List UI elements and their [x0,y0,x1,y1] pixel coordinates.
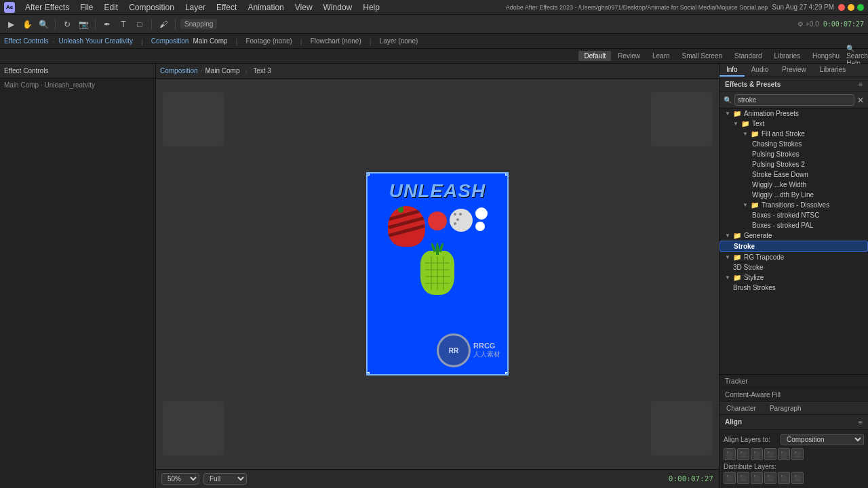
left-panel-title: Effect Controls [4,67,48,75]
menu-composition[interactable]: Composition [124,1,179,14]
tab-audio[interactable]: Audio [745,64,776,77]
tab-character[interactable]: Character [719,403,763,414]
maximize-btn[interactable] [857,4,864,11]
tree-wiggly-width[interactable]: Wiggly ...ke Width [719,180,868,190]
handle-bl[interactable] [366,372,370,375]
search-clear-icon[interactable]: ✕ [857,96,864,105]
ae-icon: Ae [4,2,15,13]
dist-bottom-btn[interactable]: ⬛ [791,472,804,484]
tab-preview[interactable]: Preview [775,64,813,77]
handle-br[interactable] [505,372,509,375]
tree-pulsing-strokes2[interactable]: Pulsing Strokes 2 [719,159,868,169]
tree-wiggly-line[interactable]: Wiggly ...dth By Line [719,190,868,200]
tree-animation-presets[interactable]: ▼ 📁 Animation Presets [719,108,868,119]
tree-pulsing-strokes[interactable]: Pulsing Strokes [719,149,868,159]
handle-tl[interactable] [366,172,370,176]
tree-text[interactable]: ▼ 📁 Text [719,119,868,129]
pen-tool[interactable]: ✒ [100,18,114,31]
tool-separator-2 [95,19,96,30]
tree-transitions[interactable]: ▼ 📁 Transitions - Dissolves [719,200,868,210]
fruit-group [388,206,488,247]
menu-edit[interactable]: Edit [99,1,123,14]
dist-center-v-btn[interactable]: ⬛ [778,472,790,484]
paint-tool[interactable]: 🖌 [157,18,170,31]
camera-tool[interactable]: 📷 [77,18,90,31]
tree-boxes-pal[interactable]: Boxes - stroked PAL [719,220,868,230]
footage-tab[interactable]: Footage (none) [245,37,292,45]
ws-tab-default[interactable]: Default [578,51,611,61]
effects-search-bar: 🔍 ✕ [719,92,868,108]
tracker-label[interactable]: Tracker [719,375,868,388]
select-tool[interactable]: ▶ [4,18,18,31]
align-right-btn[interactable]: ⬛ [751,448,763,460]
align-left-btn[interactable]: ⬛ [724,448,736,460]
align-menu-icon[interactable]: ≡ [859,418,863,426]
tab-paragraph[interactable]: Paragraph [763,403,808,414]
tree-stylize[interactable]: ▼ 📁 Stylize [719,272,868,283]
ws-tab-standard[interactable]: Standard [729,51,768,61]
menu-layer[interactable]: Layer [180,1,210,14]
tree-stroke-selected[interactable]: Stroke [719,241,868,252]
zoom-tool[interactable]: 🔍 [37,18,50,31]
align-section: Align Layers to: Composition Selection L… [719,430,868,488]
text-tool[interactable]: T [117,18,130,31]
dist-right-btn[interactable]: ⬛ [751,472,763,484]
menu-after-effects[interactable]: After Effects [20,1,74,14]
dist-center-h-btn[interactable]: ⬛ [737,472,749,484]
close-btn[interactable] [838,4,845,11]
align-center-v-btn[interactable]: ⬛ [778,448,790,460]
label-text: Text [752,120,764,127]
ws-tab-hongshu[interactable]: Hongshu [807,51,845,61]
ws-tab-learn[interactable]: Learn [647,51,675,61]
left-panel: Effect Controls Main Comp · Unleash_reat… [0,64,156,488]
dist-top-btn[interactable]: ⬛ [764,472,776,484]
menu-effect[interactable]: Effect [212,1,241,14]
tree-generate[interactable]: ▼ 📁 Generate [719,230,868,241]
content-aware-fill-label[interactable]: Content-Aware Fill [719,388,868,402]
tree-3d-stroke[interactable]: 3D Stroke [719,262,868,272]
folder-icon-generate: 📁 [733,232,741,239]
ws-tab-libraries[interactable]: Libraries [769,51,806,61]
quality-select[interactable]: Full Half Quarter [203,473,247,485]
right-panel: Info Audio Preview Libraries Effects & P… [719,64,868,488]
menu-view[interactable]: View [290,1,317,14]
snapping-label[interactable]: Snapping [180,19,217,29]
minimize-btn[interactable] [848,4,854,11]
comp-canvas[interactable]: UNLEASH [156,79,719,469]
tree-fill-stroke[interactable]: ▼ 📁 Fill and Stroke [719,129,868,139]
tree-rg-trapcode[interactable]: ▼ 📁 RG Trapcode [719,252,868,262]
handle-tr[interactable] [505,172,509,176]
align-layers-to-select[interactable]: Composition Selection Layer [781,434,864,445]
align-center-h-btn[interactable]: ⬛ [737,448,749,460]
effect-controls-label[interactable]: Effect Controls [4,37,48,45]
menu-help[interactable]: Help [358,1,384,14]
zoom-select[interactable]: 50% 100% 25% [161,473,199,485]
effects-menu-icon[interactable]: ≡ [859,81,863,88]
shape-tool[interactable]: □ [133,18,146,31]
ws-tab-review[interactable]: Review [612,51,646,61]
folder-icon-text: 📁 [741,120,749,127]
main-comp-tab[interactable]: Main Comp [193,37,227,45]
flowchart-tab[interactable]: Flowchart (none) [311,37,361,45]
hand-tool[interactable]: ✋ [20,18,34,31]
tab-libraries[interactable]: Libraries [813,64,852,77]
align-bottom-btn[interactable]: ⬛ [791,448,804,460]
menu-window[interactable]: Window [319,1,357,14]
rotate-tool[interactable]: ↻ [60,18,74,31]
effects-search-input[interactable] [734,94,854,106]
ws-tab-small-screen[interactable]: Small Screen [677,51,728,61]
comp-tab[interactable]: Composition [151,37,189,45]
layer-tab[interactable]: Layer (none) [380,37,418,45]
tree-chasing-strokes[interactable]: Chasing Strokes [719,139,868,149]
menu-animation[interactable]: Animation [243,1,288,14]
tree-brush-strokes[interactable]: Brush Strokes [719,283,868,293]
menu-file[interactable]: File [75,1,98,14]
align-top-btn[interactable]: ⬛ [764,448,776,460]
unleash-label[interactable]: Unleash Youur Creativity [58,37,133,45]
tree-stroke-ease-down[interactable]: Stroke Ease Down [719,169,868,180]
tab-info[interactable]: Info [719,64,745,77]
dist-left-btn[interactable]: ⬛ [724,472,736,484]
search-help-btn[interactable]: 🔍 Search Help [850,49,864,63]
label-stroke: Stroke [734,243,755,250]
tree-boxes-ntsc[interactable]: Boxes - stroked NTSC [719,210,868,220]
